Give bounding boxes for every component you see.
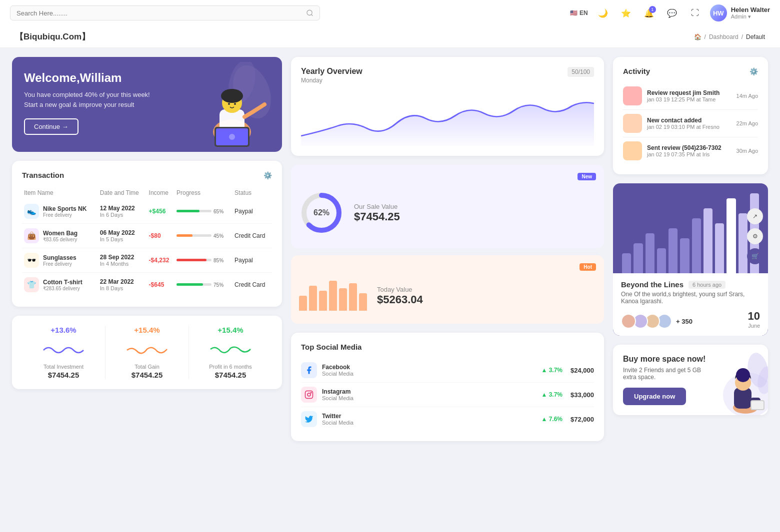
col-status: Status — [232, 186, 272, 199]
upgrade-illustration — [703, 350, 768, 415]
brand-logo: 【Biqubiqu.Com】 — [15, 31, 90, 42]
dark-mode-toggle[interactable]: 🌙 — [595, 5, 611, 21]
social-title: Top Social Media — [301, 343, 594, 351]
yearly-progress: 50/100 — [568, 67, 594, 77]
sale-wrapper: New 62% Our Sale Value $7454.25 — [291, 165, 604, 324]
user-menu[interactable]: HW Helen Walter Admin ▾ — [710, 4, 770, 21]
activity-item: Review request jim Smith jan 03 19 12:25… — [623, 82, 758, 110]
svg-rect-21 — [734, 388, 752, 409]
notification-badge: 1 — [649, 6, 656, 13]
today-bar — [359, 293, 367, 311]
new-badge: New — [578, 173, 596, 180]
continue-button[interactable]: Continue → — [24, 118, 78, 135]
today-value: $5263.04 — [377, 293, 423, 306]
user-details: Helen Walter Admin ▾ — [731, 6, 770, 20]
language-selector[interactable]: 🇺🇸 EN — [570, 9, 588, 16]
bar — [668, 228, 678, 273]
avatar: HW — [710, 4, 727, 21]
bar — [704, 208, 712, 273]
yearly-overview-card: Yearly Overview Monday 50/100 — [291, 57, 604, 156]
stat-block: +15.4% Total Gain $7454.25 — [106, 326, 189, 379]
activity-item: New contact added jan 02 19 03:10 PM at … — [623, 110, 758, 137]
today-bar — [339, 288, 347, 311]
donut-label: 62% — [314, 208, 330, 217]
stat-block: +15.4% Profit in 6 months $7454.25 — [189, 326, 272, 379]
beyond-desc: One Of the world,s brightest, young surf… — [621, 291, 760, 305]
breadcrumb-sep1: / — [704, 33, 706, 40]
welcome-message: You have completed 40% of your this week… — [24, 90, 154, 109]
svg-point-16 — [310, 392, 312, 393]
settings-icon2[interactable]: ⚙ — [747, 228, 763, 244]
breadcrumb-dashboard[interactable]: Dashboard — [709, 33, 738, 40]
upgrade-title: Buy more space now! — [623, 355, 711, 364]
sale-label: Our Sale Value — [354, 203, 400, 210]
activity-card: Activity ⚙️ Review request jim Smith jan… — [613, 57, 768, 174]
transaction-title: Transaction — [22, 171, 64, 179]
activity-item: Sent review (504)236-7302 jan 02 19 07:3… — [623, 137, 758, 164]
stats-card: +13.6% Total Investment $7454.25 +15.4% … — [12, 316, 282, 389]
svg-rect-14 — [306, 391, 313, 399]
bar — [726, 198, 736, 273]
stat-block: +13.6% Total Investment $7454.25 — [22, 326, 106, 379]
svg-rect-26 — [752, 401, 764, 409]
transaction-card: Transaction ⚙️ Item Name Date and Time I… — [12, 161, 282, 307]
share-icon[interactable]: ↗ — [747, 208, 763, 224]
today-bar — [319, 291, 327, 311]
col-date: Date and Time — [98, 186, 147, 199]
table-row: 👜 Women Bag ₹83.65 delivery 06 May 2022 … — [22, 224, 272, 248]
today-label: Today Value — [377, 286, 423, 293]
breadcrumb-sep2: / — [742, 33, 743, 40]
beyond-date: 10 — [748, 310, 760, 323]
bar — [622, 253, 631, 273]
svg-point-0 — [307, 10, 312, 15]
bar — [692, 218, 701, 273]
social-item: Twitter Social Media ▲ 7.6% $72,000 — [301, 407, 594, 431]
search-bar[interactable] — [10, 5, 320, 20]
upgrade-button[interactable]: Upgrade now — [623, 388, 686, 405]
svg-point-15 — [308, 393, 310, 396]
svg-point-7 — [228, 103, 230, 105]
svg-point-11 — [229, 134, 235, 140]
home-icon[interactable]: 🏠 — [694, 33, 702, 40]
yearly-title: Yearly Overview — [301, 67, 362, 76]
search-input[interactable] — [16, 9, 302, 17]
bar — [657, 248, 666, 273]
search-icon — [306, 9, 314, 17]
nav-icons: 🇺🇸 EN 🌙 ⭐ 🔔 1 💬 ⛶ HW Helen Walter Admin … — [570, 4, 770, 21]
bar — [646, 233, 654, 273]
sale-value: $7454.25 — [354, 210, 400, 223]
bar — [634, 243, 642, 273]
today-value-card: Hot Today Value $5263.04 — [291, 255, 604, 324]
today-bar — [329, 281, 337, 311]
beyond-month: June — [748, 323, 760, 329]
bar-chart-container: Beyond the Lines 6 hours ago One Of the … — [613, 183, 768, 336]
social-media-card: Top Social Media Facebook Social Media ▲… — [291, 333, 604, 441]
today-bar — [349, 283, 357, 311]
bar — [680, 238, 689, 273]
notifications-btn[interactable]: 🔔 1 — [641, 5, 657, 21]
table-row: 🕶️ Sunglasses Free delivery 28 Sep 2022 … — [22, 248, 272, 273]
bar — [738, 213, 748, 273]
breadcrumb-current: Default — [746, 33, 765, 40]
yearly-chart — [301, 91, 594, 146]
bar — [715, 223, 724, 273]
upgrade-card: Buy more space now! Invite 2 Friends and… — [613, 345, 768, 415]
topnav: 🇺🇸 EN 🌙 ⭐ 🔔 1 💬 ⛶ HW Helen Walter Admin … — [0, 0, 780, 26]
favorites-btn[interactable]: ⭐ — [618, 5, 634, 21]
beyond-time: 6 hours ago — [688, 281, 726, 289]
sale-value-card: New 62% Our Sale Value $7454.25 — [291, 165, 604, 248]
col-item: Item Name — [22, 186, 98, 199]
donut-chart: 62% — [299, 190, 344, 235]
social-item: Facebook Social Media ▲ 3.7% $24,000 — [301, 358, 594, 383]
user-role-label: Admin — [731, 13, 746, 19]
cart-icon[interactable]: 🛒 — [747, 248, 763, 264]
fullscreen-btn[interactable]: ⛶ — [687, 5, 703, 21]
transaction-settings-icon[interactable]: ⚙️ — [264, 171, 272, 179]
activity-settings-icon[interactable]: ⚙️ — [750, 67, 758, 75]
activity-title: Activity — [623, 67, 650, 75]
svg-point-23 — [736, 368, 750, 382]
messages-btn[interactable]: 💬 — [664, 5, 680, 21]
breadcrumb: 🏠 / Dashboard / Default — [694, 33, 765, 40]
mini-avatar — [621, 314, 636, 329]
welcome-illustration — [192, 62, 272, 147]
